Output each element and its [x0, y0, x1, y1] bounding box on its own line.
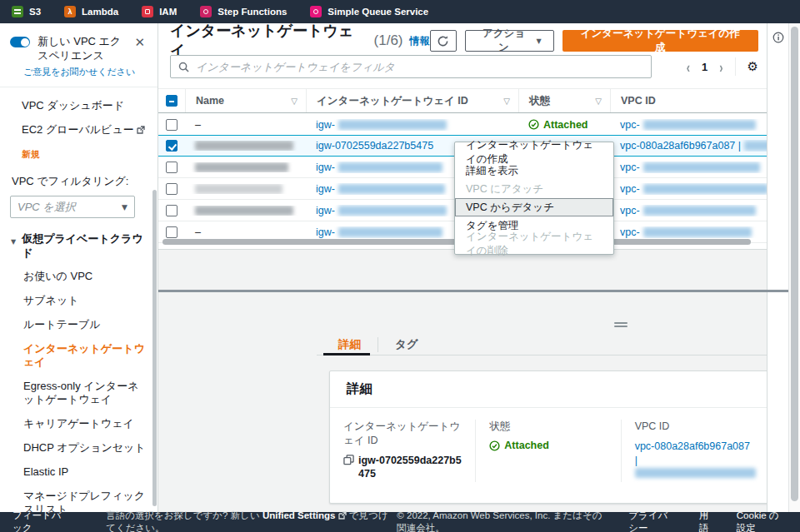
igw-id-link[interactable]: igw-	[316, 183, 445, 195]
sidebar-item-egress-only-igw[interactable]: Egress-only インターネットゲートウェイ	[23, 380, 148, 406]
sidebar-item-subnets[interactable]: サブネット	[23, 294, 148, 307]
sidebar-scrollbar[interactable]	[152, 190, 157, 506]
vpc-id-link[interactable]: vpc-	[620, 162, 760, 173]
details-card: 詳細 インターネットゲートウェイ ID igw-0702559da227b547…	[329, 370, 800, 504]
sidebar-item-your-vpcs[interactable]: お使いの VPC	[23, 270, 148, 283]
current-page[interactable]: 1	[702, 61, 708, 73]
menu-item-delete-igw: インターネットゲートウェイの削除	[455, 235, 613, 253]
unified-settings-link[interactable]: Unified Settings	[262, 510, 336, 520]
shortcut-lambda[interactable]: λ Lambda	[64, 6, 118, 17]
sidebar-item-route-tables[interactable]: ルートテーブル	[23, 318, 148, 331]
sort-icon[interactable]: ▽	[595, 97, 602, 106]
igw-id-link[interactable]: igw-0702559da227b5475	[316, 140, 433, 152]
settings-gear-icon[interactable]: ⚙	[748, 59, 758, 74]
redacted-text	[195, 206, 293, 216]
shortcut-s3[interactable]: S3	[12, 6, 41, 17]
vpc-id-link[interactable]: vpc-	[620, 226, 752, 238]
redacted-text	[338, 184, 445, 194]
igw-id-link[interactable]: igw-	[316, 205, 447, 216]
row-checkbox[interactable]	[166, 226, 178, 238]
split-panel: 詳細 タグ 詳細 インターネットゲートウェイ ID igw-0702559da2…	[317, 316, 800, 492]
table-row[interactable]: – igw- Attached vpc-	[158, 114, 767, 136]
sidebar-item-ec2-global-view[interactable]: EC2 グローバルビュー	[22, 123, 148, 137]
vpc-filter-label: VPC でフィルタリング:	[12, 174, 148, 189]
external-link-icon	[137, 126, 145, 134]
feedback-button[interactable]: フィードバック	[12, 510, 71, 532]
shortcut-iam[interactable]: IAM	[142, 6, 177, 17]
shortcut-sqs[interactable]: Simple Queue Service	[310, 6, 428, 17]
new-experience-label: 新しい VPC エクスペリエンス	[38, 34, 128, 62]
vpc-id-link[interactable]: vpc-080a28af6b967a087 |	[620, 140, 767, 152]
redacted-text	[195, 184, 282, 194]
details-card-title: 詳細	[330, 371, 800, 408]
sidebar-item-carrier-gateways[interactable]: キャリアゲートウェイ	[23, 417, 148, 430]
field-igw-id: インターネットゲートウェイ ID igw-0702559da227b5475	[330, 420, 475, 482]
column-state: 状態	[529, 94, 550, 108]
vpc-id-link[interactable]: vpc-	[620, 119, 756, 131]
actions-button[interactable]: アクション ▼	[465, 30, 554, 52]
tab-details[interactable]: 詳細	[335, 337, 364, 352]
menu-item-detach-from-vpc[interactable]: VPC からデタッチ	[455, 198, 613, 216]
feedback-link[interactable]: ご意見をお聞かせください	[23, 66, 148, 78]
sidebar-item-dhcp-option-sets[interactable]: DHCP オプションセット	[23, 441, 148, 455]
info-link[interactable]: 情報	[410, 34, 430, 48]
terms-link[interactable]: 用語	[699, 510, 715, 532]
redacted-text	[635, 468, 756, 478]
s3-icon	[12, 6, 23, 17]
redacted-text	[195, 162, 288, 172]
top-navigation-bar: S3 λ Lambda IAM Step Functions Simple Qu…	[0, 0, 800, 23]
field-vpc-id: VPC ID vpc-080a28af6b967a087 |	[621, 420, 767, 482]
shortcut-step-functions[interactable]: Step Functions	[200, 6, 287, 17]
copy-icon[interactable]	[343, 455, 354, 465]
menu-item-create-igw[interactable]: インターネットゲートウェイの作成	[455, 143, 613, 162]
sidebar-section-vpc[interactable]: ▼ 仮想プライベートクラウド	[10, 231, 148, 260]
row-checkbox[interactable]	[166, 140, 178, 152]
search-input[interactable]	[196, 61, 643, 73]
filter-search-box	[170, 55, 652, 78]
close-icon[interactable]: ✕	[132, 34, 148, 50]
row-checkbox[interactable]	[166, 205, 178, 216]
row-checkbox[interactable]	[166, 183, 178, 195]
redacted-text	[338, 162, 442, 172]
menu-item-attach-to-vpc: VPC にアタッチ	[455, 180, 613, 198]
select-all-checkbox[interactable]	[166, 95, 178, 107]
vpc-filter-select[interactable]: VPC を選択 ▼	[10, 196, 135, 218]
privacy-link[interactable]: プライバシー	[628, 510, 677, 532]
section-expand-icon: ▼	[11, 235, 16, 260]
sidebar-item-internet-gateways[interactable]: インターネットゲートウェイ	[23, 342, 148, 369]
tab-tags[interactable]: タグ	[392, 337, 422, 352]
info-icon[interactable]	[772, 32, 784, 43]
main-content: インターネットゲートウェイ (1/6) 情報 アクション ▼ インターネットゲー…	[158, 23, 767, 512]
new-experience-toggle[interactable]	[10, 37, 30, 47]
refresh-button[interactable]	[430, 30, 457, 52]
redacted-text	[195, 141, 293, 151]
vpc-id-link[interactable]: vpc-	[620, 183, 767, 195]
row-checkbox[interactable]	[166, 162, 178, 173]
previous-page-icon[interactable]: ‹	[687, 58, 690, 76]
sidebar-item-vpc-dashboard[interactable]: VPC ダッシュボード	[22, 99, 148, 112]
copyright: © 2022, Amazon Web Services, Inc. またはその関…	[397, 510, 607, 532]
footer: フィードバック 言語の選択をお探しですか? 新しい Unified Settin…	[0, 512, 800, 532]
sidebar-item-elastic-ip[interactable]: Elastic IP	[23, 465, 148, 479]
sort-icon[interactable]: ▽	[503, 97, 510, 106]
shortcut-label: Simple Queue Service	[328, 7, 428, 17]
igw-id-link[interactable]: igw-	[316, 162, 442, 173]
igw-id-link[interactable]: igw-	[316, 226, 442, 238]
sort-icon[interactable]: ▽	[291, 97, 298, 106]
row-checkbox[interactable]	[166, 119, 178, 131]
igw-id-link[interactable]: igw-	[316, 119, 447, 131]
next-page-icon[interactable]: ›	[719, 58, 722, 76]
page-scrollbar-thumb[interactable]	[791, 27, 798, 501]
check-circle-icon	[528, 119, 539, 130]
sidebar-item-managed-prefix-lists[interactable]: マネージドプレフィックスリスト	[23, 490, 148, 512]
status-attached: Attached	[489, 440, 607, 451]
create-igw-button[interactable]: インターネットゲートウェイの作成	[562, 30, 758, 52]
panel-drag-handle-icon[interactable]	[614, 322, 628, 328]
column-name: Name	[196, 95, 224, 107]
iam-icon	[142, 6, 153, 17]
split-panel-resize-bar[interactable]	[158, 290, 788, 292]
cookie-settings-link[interactable]: Cookie の設定	[737, 510, 788, 532]
vpc-id-link[interactable]: vpc-	[620, 205, 756, 216]
table-header: Name▽ インターネットゲートウェイ ID▽ 状態▽ VPC ID	[158, 88, 767, 113]
vpc-id-link[interactable]: vpc-080a28af6b967a087 |	[635, 440, 753, 482]
